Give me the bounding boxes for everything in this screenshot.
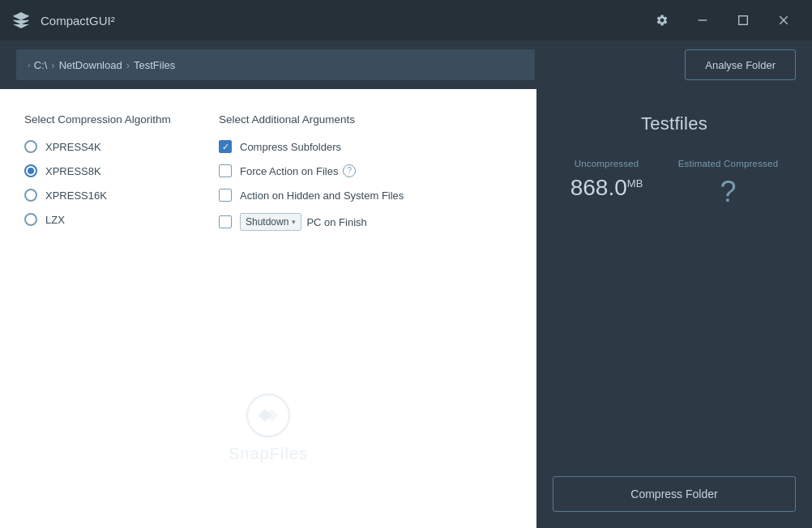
compress-subfolders-label: Compress Subfolders bbox=[240, 141, 341, 153]
watermark: SnapFiles bbox=[229, 391, 308, 463]
minimize-button[interactable] bbox=[684, 7, 721, 33]
left-panel: Select Compression Algorithm XPRESS4K XP… bbox=[0, 89, 536, 528]
stats-row: Uncompressed 868.0MB Estimated Compresse… bbox=[553, 159, 796, 209]
title-bar: CompactGUI² bbox=[0, 0, 812, 40]
checkbox-compress-subfolders[interactable]: Compress Subfolders bbox=[219, 140, 404, 153]
radio-xpress4k-indicator bbox=[24, 140, 37, 153]
main-content: Select Compression Algorithm XPRESS4K XP… bbox=[0, 89, 812, 528]
shutdown-dropdown[interactable]: Shutdown ▾ bbox=[240, 213, 301, 231]
radio-lzx-label: LZX bbox=[45, 214, 65, 226]
window-controls bbox=[643, 7, 802, 33]
force-action-label: Force Action on Files ? bbox=[240, 164, 356, 177]
shutdown-suffix-label: PC on Finish bbox=[306, 216, 366, 228]
hidden-system-indicator bbox=[219, 189, 232, 202]
svg-rect-1 bbox=[739, 16, 748, 25]
radio-lzx-indicator bbox=[24, 213, 37, 226]
svg-point-2 bbox=[247, 394, 289, 436]
radio-xpress8k-label: XPRESS8K bbox=[45, 165, 101, 177]
options-grid: Select Compression Algorithm XPRESS4K XP… bbox=[24, 113, 512, 242]
path-sep-2: › bbox=[126, 59, 130, 71]
radio-xpress4k[interactable]: XPRESS4K bbox=[24, 140, 186, 153]
checkbox-shutdown[interactable]: Shutdown ▾ PC on Finish bbox=[219, 213, 404, 231]
uncompressed-label: Uncompressed bbox=[575, 159, 639, 168]
toolbar: › C:\ › NetDownload › TestFiles Analyse … bbox=[0, 40, 812, 89]
folder-name: Testfiles bbox=[641, 113, 707, 134]
path-chevron: › bbox=[28, 60, 31, 70]
settings-button[interactable] bbox=[643, 7, 681, 33]
uncompressed-stat: Uncompressed 868.0MB bbox=[571, 159, 643, 209]
force-action-help-icon[interactable]: ? bbox=[343, 164, 356, 177]
radio-xpress16k[interactable]: XPRESS16K bbox=[24, 189, 186, 202]
hidden-system-label: Action on Hidden and System Files bbox=[240, 189, 404, 202]
path-segment-2: TestFiles bbox=[134, 59, 175, 71]
compress-subfolders-indicator bbox=[219, 140, 232, 153]
radio-xpress4k-label: XPRESS4K bbox=[45, 141, 101, 153]
radio-xpress8k[interactable]: XPRESS8K bbox=[24, 164, 186, 177]
watermark-text: SnapFiles bbox=[229, 445, 308, 463]
path-sep-1: › bbox=[51, 59, 54, 71]
force-action-indicator bbox=[219, 164, 232, 177]
uncompressed-value: 868.0MB bbox=[571, 175, 643, 201]
right-panel: Testfiles Uncompressed 868.0MB Estimated… bbox=[536, 89, 812, 528]
compression-algorithm-group: Select Compression Algorithm XPRESS4K XP… bbox=[24, 113, 186, 242]
estimated-label: Estimated Compressed bbox=[678, 159, 779, 168]
radio-xpress8k-indicator bbox=[24, 164, 37, 177]
path-bar[interactable]: › C:\ › NetDownload › TestFiles bbox=[16, 49, 535, 80]
path-segment-1: NetDownload bbox=[59, 59, 122, 71]
radio-xpress16k-label: XPRESS16K bbox=[45, 189, 107, 202]
analyse-folder-button[interactable]: Analyse Folder bbox=[685, 49, 796, 80]
shutdown-row: Shutdown ▾ PC on Finish bbox=[240, 213, 367, 231]
app-title: CompactGUI² bbox=[41, 14, 643, 28]
radio-lzx[interactable]: LZX bbox=[24, 213, 186, 226]
maximize-button[interactable] bbox=[724, 7, 762, 33]
svg-rect-0 bbox=[699, 19, 707, 20]
close-button[interactable] bbox=[765, 7, 802, 33]
shutdown-indicator bbox=[219, 215, 232, 228]
estimated-stat: Estimated Compressed ? bbox=[678, 159, 779, 209]
path-root: C:\ bbox=[34, 59, 48, 71]
shutdown-dropdown-arrow: ▾ bbox=[292, 218, 296, 226]
compression-group-title: Select Compression Algorithm bbox=[24, 113, 186, 126]
estimated-value: ? bbox=[720, 175, 736, 209]
arguments-group-title: Select Additional Arguments bbox=[219, 113, 404, 126]
radio-xpress16k-indicator bbox=[24, 189, 37, 202]
app-icon bbox=[10, 9, 32, 32]
checkbox-hidden-system[interactable]: Action on Hidden and System Files bbox=[219, 189, 404, 202]
checkbox-force-action[interactable]: Force Action on Files ? bbox=[219, 164, 404, 177]
additional-arguments-group: Select Additional Arguments Compress Sub… bbox=[219, 113, 404, 242]
shutdown-dropdown-label: Shutdown bbox=[246, 216, 288, 228]
compress-folder-button[interactable]: Compress Folder bbox=[553, 476, 796, 512]
